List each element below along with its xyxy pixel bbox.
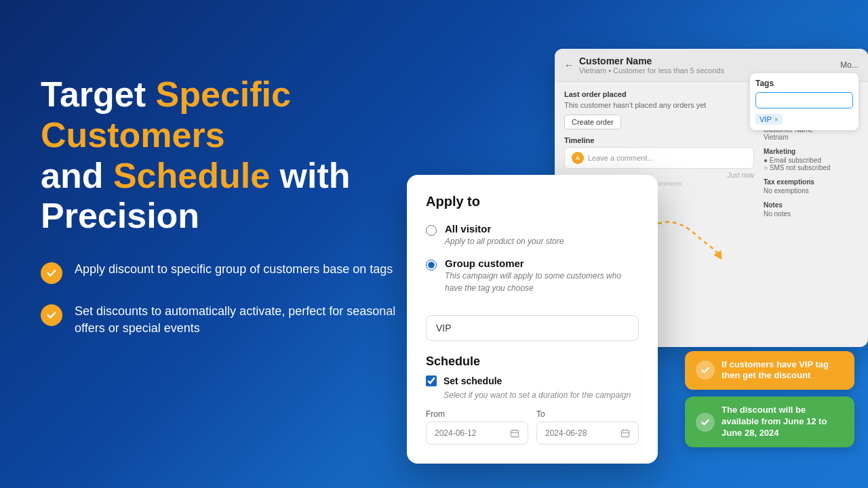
svg-rect-5 (621, 430, 629, 437)
radio-group-customer-content: Group customer This campaign will apply … (445, 258, 639, 293)
feature-text-1: Apply discount to specific group of cust… (75, 261, 393, 278)
date-row: From 2024-06-12 To 2024-06-28 (426, 409, 639, 445)
tax-value: No exemptions (764, 187, 859, 195)
radio-group: All visitor Apply to all product on your… (426, 223, 639, 293)
main-heading: Target Specific Customers and Schedule w… (41, 75, 407, 237)
to-date-value: 2024-06-28 (545, 428, 587, 438)
tags-input[interactable] (755, 92, 853, 108)
email-sub: ● Email subscribed (764, 157, 859, 164)
from-date-input[interactable]: 2024-06-12 (426, 422, 528, 445)
set-schedule-row: Set schedule (426, 375, 639, 386)
set-schedule-label: Set schedule (443, 375, 502, 386)
tag-value-input[interactable] (426, 315, 639, 341)
radio-group-customer-desc: This campaign will apply to some custome… (445, 271, 621, 293)
schedule-desc: Select if you want to set a duration for… (443, 390, 639, 400)
radio-group-customer: Group customer This campaign will apply … (426, 258, 639, 293)
left-section: Target Specific Customers and Schedule w… (41, 75, 407, 338)
svg-marker-0 (713, 248, 726, 260)
heading-line1-white: Target (41, 75, 156, 114)
from-date-field: From 2024-06-12 (426, 409, 528, 445)
heading-line2-orange: Schedule (113, 156, 270, 195)
from-label: From (426, 409, 528, 419)
create-order-button[interactable]: Create order (564, 115, 621, 129)
notes-section: Notes No notes (764, 201, 859, 218)
notif-card-1: If customers have VIP tag then get the d… (685, 351, 854, 390)
calendar-icon-from (510, 428, 519, 438)
tax-label: Tax exemptions (764, 178, 859, 186)
to-date-input[interactable]: 2024-06-28 (536, 422, 639, 445)
timeline-label: Timeline (564, 136, 754, 144)
radio-group-customer-label: Group customer (445, 258, 639, 269)
comment-placeholder: Leave a comment... (588, 154, 654, 162)
radio-all-visitor-label: All visitor (445, 223, 564, 235)
heading-line2-white: and (41, 156, 113, 195)
more-button[interactable]: Mo... (840, 60, 859, 70)
tags-floating-panel: Tags VIP × (750, 73, 859, 130)
notes-label: Notes (764, 201, 859, 209)
dashed-arrow (651, 210, 732, 264)
tag-close-icon[interactable]: × (774, 116, 778, 123)
notif-text-1: If customers have VIP tag then get the d… (722, 359, 844, 382)
notif-check-icon-2 (696, 413, 715, 432)
to-label: To (536, 409, 639, 419)
schedule-section: Schedule Set schedule Select if you want… (426, 354, 639, 445)
radio-all-visitor-desc: Apply to all product on your store (445, 237, 564, 246)
last-order-label: Last order placed (564, 90, 754, 98)
svg-rect-1 (511, 430, 518, 437)
notes-value: No notes (764, 210, 859, 218)
notification-cards: If customers have VIP tag then get the d… (685, 351, 854, 447)
notif-check-icon-1 (696, 361, 715, 380)
from-date-value: 2024-06-12 (435, 428, 476, 438)
radio-group-customer-input[interactable] (426, 260, 437, 270)
heading-line2-end: with (270, 156, 350, 195)
apply-to-title: Apply to (426, 194, 639, 209)
notif-text-2: The discount will be available from June… (722, 405, 844, 439)
comment-box[interactable]: A Leave a comment... (564, 147, 754, 169)
radio-all-visitor-content: All visitor Apply to all product on your… (445, 223, 564, 247)
back-arrow-icon[interactable]: ← (564, 60, 574, 70)
feature-item-1: Apply discount to specific group of cust… (41, 261, 407, 284)
heading-line3: Precision (41, 196, 199, 235)
marketing-label: Marketing (764, 148, 859, 155)
schedule-title: Schedule (426, 354, 639, 369)
calendar-icon-to (620, 428, 630, 438)
main-card: Apply to All visitor Apply to all produc… (407, 175, 658, 464)
customer-subtitle: Vietnam • Customer for less than 5 secon… (579, 66, 724, 75)
tax-section: Tax exemptions No exemptions (764, 178, 859, 195)
tags-panel-title: Tags (755, 79, 853, 88)
avatar: A (572, 152, 584, 164)
panel-header-info: Customer Name Vietnam • Customer for les… (579, 56, 724, 75)
vip-tag-chip[interactable]: VIP × (755, 114, 783, 125)
feature-text-2: Set discounts to automatically activate,… (75, 303, 407, 337)
features-list: Apply discount to specific group of cust… (41, 261, 407, 337)
to-date-field: To 2024-06-28 (536, 409, 639, 445)
marketing-section: Marketing ● Email subscribed ○ SMS not s… (764, 148, 859, 171)
set-schedule-checkbox[interactable] (426, 375, 437, 386)
check-icon-1 (41, 262, 62, 284)
customer-name: Customer Name (579, 56, 724, 66)
notif-card-2: The discount will be available from June… (685, 396, 854, 447)
radio-all-visitor: All visitor Apply to all product on your… (426, 223, 639, 247)
last-order-desc: This customer hasn't placed any orders y… (564, 101, 754, 109)
check-icon-2 (41, 304, 62, 326)
vip-tag-label: VIP (760, 115, 772, 123)
feature-item-2: Set discounts to automatically activate,… (41, 303, 407, 337)
sms-not-sub: ○ SMS not subscribed (764, 164, 859, 171)
radio-all-visitor-input[interactable] (426, 225, 437, 236)
